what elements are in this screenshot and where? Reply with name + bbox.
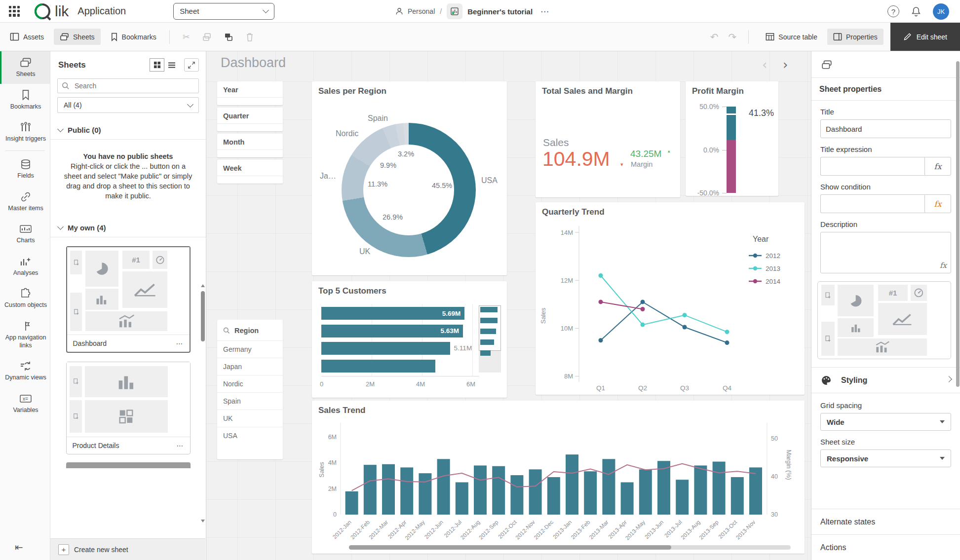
show-condition-input[interactable] bbox=[820, 194, 924, 213]
edit-sheet-button[interactable]: Edit sheet bbox=[890, 23, 960, 51]
sidebar-item-insight-triggers[interactable]: Insight triggers bbox=[0, 116, 50, 149]
region-filter-listbox[interactable]: Region GermanyJapanNordicSpainUKUSA bbox=[217, 320, 283, 459]
sheet-card-partial[interactable] bbox=[66, 462, 191, 468]
kpi-up-arrow-icon: ▴ bbox=[668, 149, 670, 153]
description-textarea[interactable]: fx bbox=[820, 232, 951, 273]
assets-button[interactable]: Assets bbox=[4, 29, 50, 45]
donut-label-japan: Ja… bbox=[320, 172, 336, 181]
undo-icon[interactable]: ↶ bbox=[710, 31, 719, 43]
thumb-pie-icon bbox=[85, 251, 118, 287]
chart-minimap[interactable] bbox=[480, 305, 500, 373]
region-item-japan[interactable]: Japan bbox=[217, 358, 283, 375]
profit-margin-gauge[interactable]: Profit Margin 50.0%0.0%-50.0% 41.3% bbox=[686, 81, 778, 196]
svg-text:2012-Jan: 2012-Jan bbox=[332, 519, 352, 540]
filter-quarter[interactable]: Quarter bbox=[217, 108, 283, 131]
title-input[interactable] bbox=[820, 119, 951, 138]
sidebar-item-dynamic-views[interactable]: Dynamic views bbox=[0, 355, 50, 387]
sidebar-item-analyses[interactable]: Analyses bbox=[0, 250, 50, 283]
app-launcher-icon[interactable] bbox=[9, 6, 20, 17]
sidebar-item-variables[interactable]: x=Variables bbox=[0, 387, 50, 420]
notifications-bell-icon[interactable] bbox=[910, 5, 922, 17]
sheet-card-product-details[interactable]: Product Details ⋯ bbox=[66, 362, 191, 454]
scrollbar-thumb[interactable] bbox=[349, 545, 671, 550]
user-avatar[interactable]: JK bbox=[933, 3, 949, 20]
bar-customer-1[interactable]: 5.69M bbox=[321, 307, 464, 320]
expression-editor-icon[interactable]: fx bbox=[940, 261, 947, 270]
collapse-rail-icon[interactable]: ⇤ bbox=[15, 541, 23, 553]
sales-per-region-chart[interactable]: Sales per Region Spain Nordic Ja… UK USA… bbox=[312, 81, 507, 275]
my-own-section-header[interactable]: My own (4) bbox=[50, 216, 206, 237]
filter-month[interactable]: Month bbox=[217, 134, 283, 157]
next-sheet-icon[interactable]: › bbox=[783, 57, 788, 72]
sheet-card-dashboard[interactable]: #1 Dashboard ⋯ bbox=[66, 246, 191, 353]
region-item-spain[interactable]: Spain bbox=[217, 392, 283, 410]
sheet-search-input[interactable] bbox=[74, 81, 194, 90]
sheet-selector[interactable]: Sheet bbox=[173, 3, 274, 20]
sheet-filter-dropdown[interactable]: All (4) bbox=[57, 97, 199, 113]
donut-pct-uk: 26.9% bbox=[383, 213, 403, 221]
sidebar-item-custom-objects[interactable]: Custom objects bbox=[0, 282, 50, 315]
region-item-nordic[interactable]: Nordic bbox=[217, 375, 283, 392]
sheet-size-select[interactable]: Responsive bbox=[820, 449, 951, 467]
grid-view-icon[interactable] bbox=[150, 58, 164, 72]
sheets-button[interactable]: Sheets bbox=[54, 29, 101, 45]
sidebar-item-master-items[interactable]: Master items bbox=[0, 186, 50, 218]
bar-customer-4[interactable] bbox=[321, 360, 435, 373]
scroll-up-icon[interactable] bbox=[201, 284, 205, 290]
gauge-axis-label: -50.0% bbox=[692, 189, 719, 197]
sidebar-item-sheets[interactable]: Sheets bbox=[0, 51, 50, 84]
app-more-menu[interactable]: ⋯ bbox=[540, 6, 550, 17]
create-new-sheet-button[interactable]: + Create new sheet bbox=[50, 538, 205, 560]
sidebar-item-charts[interactable]: Charts bbox=[0, 218, 50, 250]
app-title[interactable]: Beginner's tutorial bbox=[467, 7, 533, 16]
filter-year[interactable]: Year bbox=[217, 81, 283, 105]
properties-scrollbar-thumb[interactable] bbox=[956, 61, 960, 387]
sidebar-item-label: Sheets bbox=[16, 71, 36, 78]
chart-horizontal-scrollbar[interactable] bbox=[349, 545, 791, 550]
sidebar-item-app-navigation-links[interactable]: App navigation links bbox=[0, 315, 50, 355]
styling-section[interactable]: Styling bbox=[811, 367, 960, 393]
redo-icon[interactable]: ↷ bbox=[729, 31, 737, 43]
region-item-usa[interactable]: USA bbox=[217, 427, 283, 444]
thumb-line-icon bbox=[122, 271, 167, 308]
gauge-value-marker bbox=[727, 113, 736, 115]
sales-trend-chart[interactable]: Sales Trend 02M4M6M304050SalesMargin (%)… bbox=[312, 401, 805, 554]
personal-label[interactable]: Personal bbox=[408, 7, 435, 15]
help-icon[interactable]: ? bbox=[887, 5, 899, 17]
actions-section[interactable]: Actions bbox=[811, 534, 960, 560]
list-view-icon[interactable] bbox=[164, 58, 179, 72]
dropdown-arrow-icon bbox=[940, 457, 945, 460]
expression-editor-button[interactable]: fx bbox=[924, 194, 951, 213]
bar-customer-3[interactable] bbox=[321, 342, 450, 355]
kpi-value: 104.9M bbox=[542, 148, 610, 171]
properties-button[interactable]: Properties bbox=[827, 29, 883, 45]
sheets-icon bbox=[19, 57, 32, 69]
bookmarks-button[interactable]: Bookmarks bbox=[105, 29, 162, 45]
sidebar-item-bookmarks[interactable]: Bookmarks bbox=[0, 84, 50, 116]
sidebar-item-fields[interactable]: Fields bbox=[0, 153, 50, 186]
top5-customers-chart[interactable]: Top 5 Customers 02M4M6M5.69M5.63M5.11M bbox=[312, 281, 507, 398]
app-thumbnail-icon[interactable] bbox=[447, 3, 462, 19]
public-section-header[interactable]: Public (0) bbox=[50, 118, 206, 140]
prev-sheet-icon[interactable]: ‹ bbox=[762, 57, 767, 72]
sheets-scrollbar-thumb[interactable] bbox=[201, 291, 205, 341]
total-sales-margin-kpi[interactable]: Total Sales and Margin Sales 104.9M ▾ 43… bbox=[536, 81, 680, 197]
alternate-states-section[interactable]: Alternate states bbox=[811, 509, 960, 534]
svg-text:2013: 2013 bbox=[766, 265, 780, 272]
sheet-card-menu-icon[interactable]: ⋯ bbox=[177, 442, 184, 449]
quarterly-trend-chart[interactable]: Quarterly Trend 8M10M12M14MQ1Q2Q3Q4Sales… bbox=[536, 202, 805, 395]
region-item-germany[interactable]: Germany bbox=[217, 340, 283, 358]
expand-panel-icon[interactable] bbox=[184, 58, 199, 72]
grid-spacing-select[interactable]: Wide bbox=[820, 413, 951, 431]
sheet-card-menu-icon[interactable]: ⋯ bbox=[176, 339, 184, 347]
scroll-down-icon[interactable] bbox=[201, 519, 205, 525]
bookmark-icon bbox=[111, 33, 118, 41]
expression-editor-button[interactable]: fx bbox=[924, 157, 951, 176]
title-expression-input[interactable] bbox=[820, 157, 924, 176]
sheet-properties-icon[interactable] bbox=[821, 60, 832, 70]
filter-week[interactable]: Week bbox=[217, 160, 283, 184]
source-table-button[interactable]: Source table bbox=[760, 29, 823, 45]
region-item-uk[interactable]: UK bbox=[217, 410, 283, 427]
sheet-search[interactable] bbox=[57, 78, 199, 93]
bar-customer-2[interactable]: 5.63M bbox=[321, 325, 463, 337]
